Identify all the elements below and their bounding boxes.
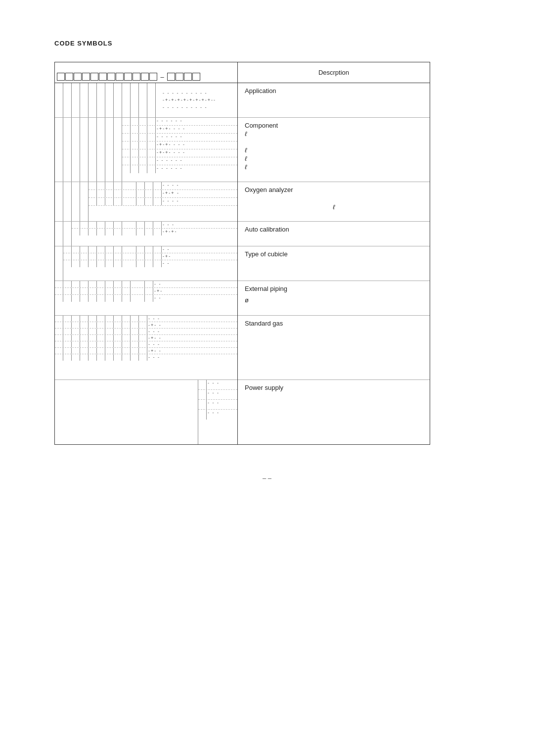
desc-row-oxygen: Oxygen analyzer ℓ (238, 182, 430, 222)
desc-row-piping: External piping ø (238, 281, 430, 316)
hbox-6 (99, 73, 107, 81)
hbox-3 (74, 73, 82, 81)
comp-sub3: - - - - - - (122, 134, 237, 142)
col1 (55, 118, 63, 182)
component-extra-3: ℓ (245, 163, 423, 171)
col11 (139, 83, 147, 117)
description-header-label: Descrption (318, 69, 349, 76)
application-label: Application (245, 87, 423, 94)
gas-staircase: - - - -+- - (55, 316, 237, 379)
header-boxes: – (57, 73, 201, 81)
col8 (114, 83, 122, 117)
section-piping: - - -+- (55, 281, 237, 316)
dash-line: -+-+-+-+-+-+-+-+-- (163, 96, 236, 103)
desc-row-standard-gas: Standard gas (238, 316, 430, 380)
standard-gas-label: Standard gas (245, 320, 423, 327)
col3 (72, 182, 80, 221)
component-sub: ℓ (245, 130, 423, 138)
hbox-15 (184, 73, 192, 81)
col4 (80, 182, 89, 221)
cubicle-label: Type of cubicle (245, 250, 423, 258)
page-title: CODE SYMBOLS (54, 40, 504, 47)
col7 (105, 83, 114, 117)
power-staircase: - - - - - - - - - - - - (55, 380, 237, 444)
comp-sub1: - - - - - - (122, 118, 237, 126)
oxygen-sub: ℓ (245, 203, 423, 211)
comp-sub2: -+-+- - - - (122, 126, 237, 134)
desc-row-application: Application (238, 83, 430, 118)
piping-staircase: - - -+- (55, 281, 237, 315)
col1 (55, 182, 63, 221)
hbox-11 (141, 73, 149, 81)
col8 (114, 118, 122, 182)
hbox-9 (124, 73, 132, 81)
comp-sub4: -+-+- - - - (122, 142, 237, 149)
col4 (80, 83, 89, 117)
component-extra-2: ℓ (245, 155, 423, 162)
header-dash: – (159, 73, 165, 81)
component-label: Component (245, 122, 423, 129)
comp-sub5: -+-+- - - - (122, 149, 237, 157)
col1 (55, 83, 63, 117)
hbox-16 (192, 73, 200, 81)
dashes-area-1: - - - - - - - - - - -+-+-+-+-+-+-+-+-- -… (162, 83, 237, 117)
col2 (63, 182, 72, 221)
desc-side: Descrption Application Component ℓ ℓ ℓ ℓ… (238, 62, 430, 444)
section-application: - - - - - - - - - - -+-+-+-+-+-+-+-+-- -… (55, 83, 237, 118)
hbox-5 (90, 73, 98, 81)
col2 (63, 83, 72, 117)
col2 (63, 118, 72, 182)
desc-row-component: Component ℓ ℓ ℓ ℓ (238, 118, 430, 182)
hbox-8 (116, 73, 124, 81)
code-header: – (55, 62, 237, 83)
hbox-13 (167, 73, 175, 81)
autocal-label: Auto calibration (245, 226, 423, 233)
section-component: - - - - - - -+-+- - - - - - (55, 118, 237, 182)
dash-gap1 (156, 83, 162, 117)
desc-header-row: Descrption (238, 62, 430, 83)
component-extra-1: ℓ (245, 146, 423, 154)
col5 (89, 118, 97, 182)
col3 (72, 118, 80, 182)
hbox-1 (57, 73, 65, 81)
desc-row-autocal: Auto calibration (238, 222, 430, 246)
desc-row-power: Power supply (238, 380, 430, 444)
hbox-14 (176, 73, 183, 81)
hbox-2 (65, 73, 73, 81)
col12 (147, 83, 156, 117)
section-power: - - - - - - - - - - - - (55, 380, 237, 444)
dash-line: - - - - - - - - - - (163, 90, 236, 96)
hbox-10 (133, 73, 140, 81)
oxygen-label: Oxygen analyzer (245, 186, 423, 193)
col6 (97, 83, 105, 117)
col5 (89, 83, 97, 117)
hbox-4 (82, 73, 90, 81)
col10 (131, 83, 139, 117)
footer: – – (30, 474, 504, 482)
oxygen-staircase: - - - - -+-+ - (89, 182, 237, 221)
section-autocal: - - - -+-+- (55, 222, 237, 246)
component-staircase: - - - - - - -+-+- - - - - - (122, 118, 237, 182)
col4 (80, 118, 89, 182)
comp-sub7: - - - - - - (122, 165, 237, 173)
desc-row-cubicle: Type of cubicle (238, 246, 430, 281)
piping-sub: ø (245, 296, 423, 304)
footer-text: – – (263, 474, 271, 482)
col9 (122, 83, 131, 117)
comp-sub6: - - - - - - (122, 157, 237, 165)
page: CODE SYMBOLS (0, 0, 534, 756)
col6 (97, 118, 105, 182)
hbox-7 (107, 73, 115, 81)
col3 (72, 83, 80, 117)
power-label: Power supply (245, 384, 423, 391)
cubicle-staircase: - - -+- (63, 246, 237, 281)
dash-line: - - - - - - - - - - (163, 104, 236, 111)
hbox-12 (149, 73, 157, 81)
col7 (105, 118, 114, 182)
piping-label: External piping (245, 285, 423, 292)
section-standard-gas: - - - -+- - (55, 316, 237, 380)
section-oxygen: - - - - -+-+ - (55, 182, 237, 222)
autocal-staircase: - - - -+-+- (72, 222, 237, 246)
code-side: – (55, 62, 238, 444)
section-cubicle: - - -+- (55, 246, 237, 281)
